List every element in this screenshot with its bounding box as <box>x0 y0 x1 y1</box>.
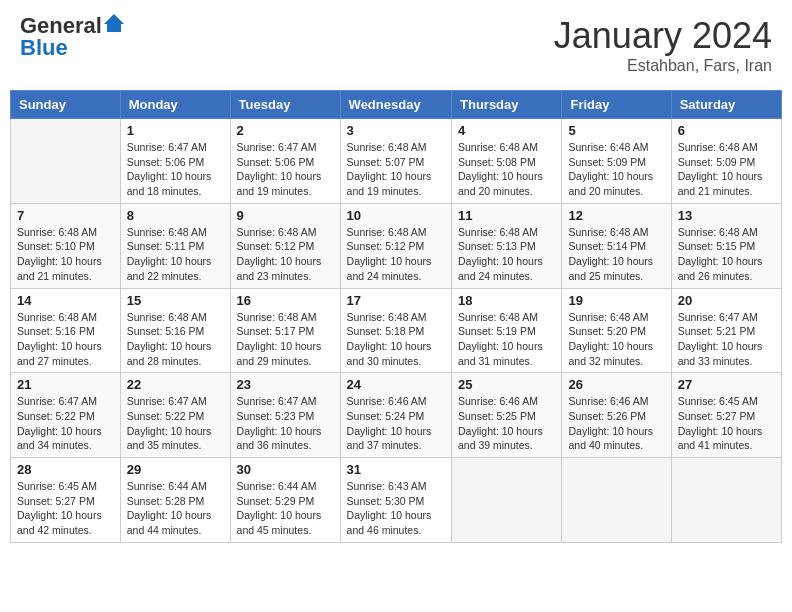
day-info: Sunrise: 6:48 AM Sunset: 5:16 PM Dayligh… <box>17 310 114 369</box>
calendar-cell: 31Sunrise: 6:43 AM Sunset: 5:30 PM Dayli… <box>340 458 451 543</box>
day-number: 7 <box>17 208 114 223</box>
day-number: 10 <box>347 208 445 223</box>
logo-general-text: General <box>20 15 102 37</box>
calendar-cell: 10Sunrise: 6:48 AM Sunset: 5:12 PM Dayli… <box>340 203 451 288</box>
day-info: Sunrise: 6:48 AM Sunset: 5:13 PM Dayligh… <box>458 225 555 284</box>
logo-icon <box>104 14 124 34</box>
day-info: Sunrise: 6:47 AM Sunset: 5:06 PM Dayligh… <box>237 140 334 199</box>
calendar-cell: 6Sunrise: 6:48 AM Sunset: 5:09 PM Daylig… <box>671 119 781 204</box>
calendar-cell: 25Sunrise: 6:46 AM Sunset: 5:25 PM Dayli… <box>452 373 562 458</box>
calendar-cell: 21Sunrise: 6:47 AM Sunset: 5:22 PM Dayli… <box>11 373 121 458</box>
calendar-cell: 14Sunrise: 6:48 AM Sunset: 5:16 PM Dayli… <box>11 288 121 373</box>
day-info: Sunrise: 6:48 AM Sunset: 5:16 PM Dayligh… <box>127 310 224 369</box>
day-number: 24 <box>347 377 445 392</box>
day-number: 31 <box>347 462 445 477</box>
calendar-cell: 18Sunrise: 6:48 AM Sunset: 5:19 PM Dayli… <box>452 288 562 373</box>
day-of-week-header: Friday <box>562 91 671 119</box>
calendar-cell: 8Sunrise: 6:48 AM Sunset: 5:11 PM Daylig… <box>120 203 230 288</box>
day-number: 3 <box>347 123 445 138</box>
calendar-cell: 23Sunrise: 6:47 AM Sunset: 5:23 PM Dayli… <box>230 373 340 458</box>
day-number: 20 <box>678 293 775 308</box>
day-info: Sunrise: 6:48 AM Sunset: 5:15 PM Dayligh… <box>678 225 775 284</box>
calendar-header-row: SundayMondayTuesdayWednesdayThursdayFrid… <box>11 91 782 119</box>
day-number: 18 <box>458 293 555 308</box>
day-info: Sunrise: 6:44 AM Sunset: 5:28 PM Dayligh… <box>127 479 224 538</box>
day-number: 6 <box>678 123 775 138</box>
calendar-cell: 26Sunrise: 6:46 AM Sunset: 5:26 PM Dayli… <box>562 373 671 458</box>
day-info: Sunrise: 6:48 AM Sunset: 5:10 PM Dayligh… <box>17 225 114 284</box>
day-number: 23 <box>237 377 334 392</box>
day-number: 21 <box>17 377 114 392</box>
calendar-title: January 2024 <box>554 15 772 57</box>
day-number: 29 <box>127 462 224 477</box>
day-info: Sunrise: 6:48 AM Sunset: 5:09 PM Dayligh… <box>678 140 775 199</box>
calendar-cell: 11Sunrise: 6:48 AM Sunset: 5:13 PM Dayli… <box>452 203 562 288</box>
calendar-week-row: 14Sunrise: 6:48 AM Sunset: 5:16 PM Dayli… <box>11 288 782 373</box>
calendar-cell <box>562 458 671 543</box>
calendar-cell: 7Sunrise: 6:48 AM Sunset: 5:10 PM Daylig… <box>11 203 121 288</box>
calendar-cell: 28Sunrise: 6:45 AM Sunset: 5:27 PM Dayli… <box>11 458 121 543</box>
calendar-cell: 5Sunrise: 6:48 AM Sunset: 5:09 PM Daylig… <box>562 119 671 204</box>
calendar-cell: 22Sunrise: 6:47 AM Sunset: 5:22 PM Dayli… <box>120 373 230 458</box>
calendar-table: SundayMondayTuesdayWednesdayThursdayFrid… <box>10 90 782 543</box>
calendar-cell: 27Sunrise: 6:45 AM Sunset: 5:27 PM Dayli… <box>671 373 781 458</box>
day-info: Sunrise: 6:48 AM Sunset: 5:09 PM Dayligh… <box>568 140 664 199</box>
calendar-cell: 19Sunrise: 6:48 AM Sunset: 5:20 PM Dayli… <box>562 288 671 373</box>
calendar-cell: 2Sunrise: 6:47 AM Sunset: 5:06 PM Daylig… <box>230 119 340 204</box>
calendar-cell: 30Sunrise: 6:44 AM Sunset: 5:29 PM Dayli… <box>230 458 340 543</box>
day-info: Sunrise: 6:48 AM Sunset: 5:19 PM Dayligh… <box>458 310 555 369</box>
day-number: 16 <box>237 293 334 308</box>
day-info: Sunrise: 6:48 AM Sunset: 5:11 PM Dayligh… <box>127 225 224 284</box>
day-of-week-header: Tuesday <box>230 91 340 119</box>
day-info: Sunrise: 6:43 AM Sunset: 5:30 PM Dayligh… <box>347 479 445 538</box>
day-of-week-header: Thursday <box>452 91 562 119</box>
day-info: Sunrise: 6:47 AM Sunset: 5:22 PM Dayligh… <box>127 394 224 453</box>
day-number: 8 <box>127 208 224 223</box>
logo: General Blue <box>20 15 124 59</box>
day-info: Sunrise: 6:44 AM Sunset: 5:29 PM Dayligh… <box>237 479 334 538</box>
calendar-cell: 17Sunrise: 6:48 AM Sunset: 5:18 PM Dayli… <box>340 288 451 373</box>
day-info: Sunrise: 6:48 AM Sunset: 5:20 PM Dayligh… <box>568 310 664 369</box>
calendar-cell: 13Sunrise: 6:48 AM Sunset: 5:15 PM Dayli… <box>671 203 781 288</box>
calendar-location: Estahban, Fars, Iran <box>554 57 772 75</box>
day-number: 2 <box>237 123 334 138</box>
calendar-cell: 12Sunrise: 6:48 AM Sunset: 5:14 PM Dayli… <box>562 203 671 288</box>
day-number: 4 <box>458 123 555 138</box>
svg-rect-1 <box>107 24 121 32</box>
day-info: Sunrise: 6:48 AM Sunset: 5:08 PM Dayligh… <box>458 140 555 199</box>
day-number: 17 <box>347 293 445 308</box>
title-block: January 2024 Estahban, Fars, Iran <box>554 15 772 75</box>
day-info: Sunrise: 6:48 AM Sunset: 5:18 PM Dayligh… <box>347 310 445 369</box>
day-number: 12 <box>568 208 664 223</box>
day-number: 28 <box>17 462 114 477</box>
calendar-week-row: 7Sunrise: 6:48 AM Sunset: 5:10 PM Daylig… <box>11 203 782 288</box>
calendar-cell: 15Sunrise: 6:48 AM Sunset: 5:16 PM Dayli… <box>120 288 230 373</box>
calendar-cell: 9Sunrise: 6:48 AM Sunset: 5:12 PM Daylig… <box>230 203 340 288</box>
day-info: Sunrise: 6:48 AM Sunset: 5:12 PM Dayligh… <box>347 225 445 284</box>
calendar-cell: 1Sunrise: 6:47 AM Sunset: 5:06 PM Daylig… <box>120 119 230 204</box>
calendar-cell <box>452 458 562 543</box>
day-number: 25 <box>458 377 555 392</box>
day-info: Sunrise: 6:47 AM Sunset: 5:22 PM Dayligh… <box>17 394 114 453</box>
day-of-week-header: Sunday <box>11 91 121 119</box>
day-info: Sunrise: 6:47 AM Sunset: 5:23 PM Dayligh… <box>237 394 334 453</box>
day-of-week-header: Wednesday <box>340 91 451 119</box>
calendar-cell: 29Sunrise: 6:44 AM Sunset: 5:28 PM Dayli… <box>120 458 230 543</box>
day-of-week-header: Saturday <box>671 91 781 119</box>
svg-marker-0 <box>104 14 124 24</box>
calendar-cell: 3Sunrise: 6:48 AM Sunset: 5:07 PM Daylig… <box>340 119 451 204</box>
day-info: Sunrise: 6:45 AM Sunset: 5:27 PM Dayligh… <box>17 479 114 538</box>
calendar-week-row: 28Sunrise: 6:45 AM Sunset: 5:27 PM Dayli… <box>11 458 782 543</box>
day-info: Sunrise: 6:48 AM Sunset: 5:12 PM Dayligh… <box>237 225 334 284</box>
page-header: General Blue January 2024 Estahban, Fars… <box>10 10 782 80</box>
day-number: 9 <box>237 208 334 223</box>
day-info: Sunrise: 6:46 AM Sunset: 5:26 PM Dayligh… <box>568 394 664 453</box>
day-info: Sunrise: 6:48 AM Sunset: 5:07 PM Dayligh… <box>347 140 445 199</box>
day-number: 27 <box>678 377 775 392</box>
day-number: 19 <box>568 293 664 308</box>
day-number: 30 <box>237 462 334 477</box>
day-info: Sunrise: 6:48 AM Sunset: 5:14 PM Dayligh… <box>568 225 664 284</box>
calendar-week-row: 21Sunrise: 6:47 AM Sunset: 5:22 PM Dayli… <box>11 373 782 458</box>
calendar-cell <box>671 458 781 543</box>
day-number: 15 <box>127 293 224 308</box>
